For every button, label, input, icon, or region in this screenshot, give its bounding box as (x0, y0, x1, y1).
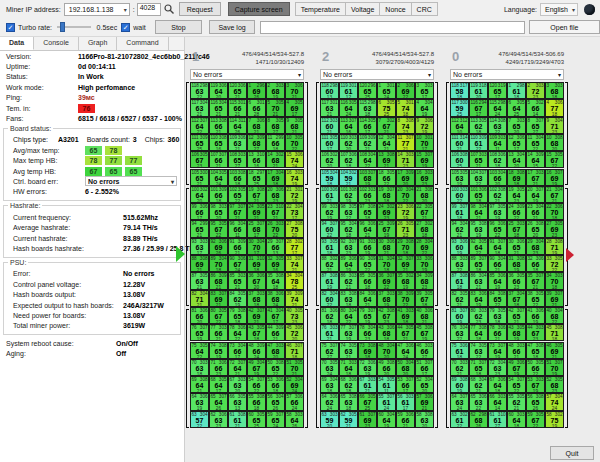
chip-cell: 1202966525 (358, 82, 377, 99)
chip-count: 303 (517, 343, 525, 348)
chip-temp: 69 (267, 261, 284, 268)
stop-button[interactable]: Stop (155, 20, 203, 34)
chip-temp: 61 (451, 348, 468, 355)
row-current-hashrate: Current hashrate:83.89 TH/s (7, 233, 180, 243)
board-error-select[interactable]: No errors▾ (450, 69, 564, 80)
chip-count: 302 (387, 118, 395, 123)
chip-temp: 63 (321, 382, 338, 389)
chip-cell: 393076921 (545, 290, 564, 307)
chip-cell: 863046321 (469, 272, 488, 289)
chip-cell: 983046421 (469, 203, 488, 220)
chip-index: 5 (268, 100, 271, 105)
port-input[interactable]: 4028 (137, 3, 161, 16)
chip-index: 8 (268, 118, 271, 123)
ip-combobox[interactable]: 192.168.1.138 ▾ (64, 3, 130, 16)
scroll-right-arrow[interactable] (566, 248, 574, 262)
chip-count: 304 (238, 343, 246, 348)
chip-temp: 74 (546, 399, 563, 406)
scroll-left-arrow[interactable] (176, 246, 185, 262)
chip-meta: 48304 (378, 343, 395, 348)
chip-meta: 16307 (546, 170, 563, 175)
row-label: Current frequency: (13, 214, 123, 221)
chip-cell: 193076818 (377, 186, 396, 203)
row-control-panel-voltage: Control panel voltage:12.28V (7, 279, 180, 289)
language-select[interactable]: English ▾ (540, 3, 578, 16)
temperature-button[interactable]: Temperature (295, 2, 346, 16)
chip-cell: 83056827 (266, 117, 285, 134)
chip-meta: 91309 (229, 239, 246, 244)
tab-graph[interactable]: Graph (79, 37, 117, 50)
chip-cell: 1083046422 (358, 151, 377, 168)
tab-console[interactable]: Console (34, 37, 79, 50)
chip-cell: 33036818 (545, 82, 564, 99)
toolbar-row-1: Miner IP address: 192.168.1.138 ▾ : 4028… (0, 0, 600, 18)
panel-tabs: DataConsoleGraphCommand (0, 37, 184, 51)
quit-button[interactable]: Quit (550, 446, 594, 460)
chip-cell: 203066823 (266, 186, 285, 203)
chip-cell: 423086723 (377, 307, 396, 324)
tab-data[interactable]: Data (0, 37, 34, 50)
chip-cell: 1182986013 (320, 82, 339, 99)
turbo-rate-slider[interactable] (57, 22, 91, 32)
theme-icon[interactable] (584, 4, 595, 15)
chip-count: 308 (219, 343, 227, 348)
chip-temp: 63 (470, 399, 487, 406)
chip-meta: 60305 (248, 412, 265, 417)
chip-temp: 65 (359, 261, 376, 268)
log-field[interactable] (260, 21, 525, 34)
chip-count: 308 (406, 239, 414, 244)
chip-cell: 303066521 (507, 238, 526, 255)
ctrl-board-err-select[interactable]: No errors▾ (85, 176, 177, 186)
chip-cell: 1133086621 (209, 117, 228, 134)
chip-cell: 433066818 (377, 324, 396, 341)
chip-cell: 123066517 (507, 134, 526, 151)
row-value: 12.28V (123, 281, 145, 288)
chip-cell: 173046918 (266, 169, 285, 186)
chip-cell: 613086121 (228, 411, 247, 428)
chip-cell: 333057222 (545, 255, 564, 272)
chip-cell: 943046221 (450, 220, 469, 237)
chip-temp: 64 (470, 244, 487, 251)
row-status: Status:In Work (0, 72, 184, 82)
crc-button[interactable]: CRC (412, 2, 438, 16)
request-button[interactable]: Request (179, 2, 221, 16)
board-error-select[interactable]: No errors▾ (320, 69, 434, 80)
wait-checkbox[interactable]: ✓ (121, 23, 130, 32)
chip-temp: 62 (451, 226, 468, 233)
voltage-button[interactable]: Voltage (346, 2, 380, 16)
row-label: Current hashrate: (13, 235, 123, 242)
chip-index: 84 (230, 291, 235, 296)
search-icon[interactable] (163, 3, 175, 15)
chip-cell: 63057525 (377, 99, 396, 116)
chip-temp: 65 (527, 123, 544, 130)
chip-meta: 8305 (267, 118, 284, 123)
chip-temp: 71 (546, 123, 563, 130)
chip-temp: 63 (191, 244, 208, 251)
nonce-button[interactable]: Nonce (380, 2, 411, 16)
chip-cell: 1033046620 (488, 169, 507, 186)
save-log-button[interactable]: Save log (209, 20, 255, 34)
chip-cell: 443036723 (526, 324, 545, 341)
chip-temp: 65 (489, 226, 506, 233)
chip-cell: 823046022 (320, 290, 339, 307)
chip-cell: 653076426 (209, 393, 228, 410)
chip-cell: 603046419 (377, 411, 396, 428)
open-file-button[interactable]: Open file (529, 20, 600, 34)
board-error-select[interactable]: No errors▾ (190, 69, 304, 80)
temp-badge: 77 (125, 156, 142, 165)
turbo-rate-checkbox[interactable]: ✓ (6, 23, 15, 32)
tab-command[interactable]: Command (117, 37, 168, 50)
chip-count: 307 (536, 118, 544, 123)
chip-meta: 75305 (191, 343, 208, 348)
chip-temp: 62 (470, 123, 487, 130)
chip-cell: 643066319 (190, 393, 209, 410)
chip-count: 308 (349, 291, 357, 296)
chip-temp: 65 (359, 88, 376, 95)
chip-meta: 29308 (397, 239, 414, 244)
capture-screen-button[interactable]: Capture screen (228, 2, 290, 16)
chip-cell: 1013086219 (339, 186, 358, 203)
slider-thumb[interactable] (60, 22, 65, 32)
chip-index: 93 (322, 239, 327, 244)
row-value: 515.62Mhz (123, 214, 158, 221)
chip-count: 308 (498, 118, 506, 123)
